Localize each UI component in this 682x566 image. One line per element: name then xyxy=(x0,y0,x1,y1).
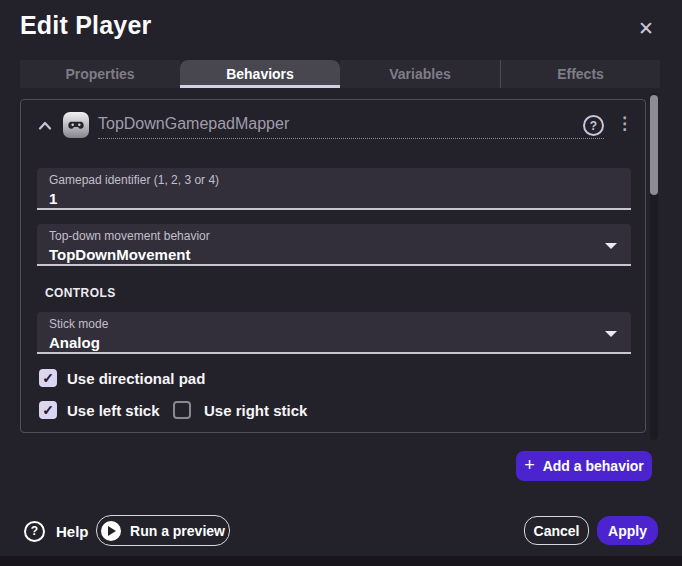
checkbox-label: Use left stick xyxy=(67,402,160,419)
active-tab-underline xyxy=(180,85,340,88)
behaviors-list-panel: TopDownGamepadMapper ? ⋮ Gamepad identif… xyxy=(20,99,646,433)
cancel-button[interactable]: Cancel xyxy=(524,516,589,545)
help-label: Help xyxy=(56,523,89,540)
chevron-down-icon xyxy=(605,331,617,337)
add-behavior-button[interactable]: + Add a behavior xyxy=(516,451,652,481)
checkbox-right-stick[interactable]: ✓ xyxy=(173,401,191,419)
tab-properties[interactable]: Properties xyxy=(20,60,180,88)
behavior-help-icon[interactable]: ? xyxy=(583,115,604,136)
field-label: Stick mode xyxy=(49,317,619,331)
movement-behavior-select[interactable]: Top-down movement behavior TopDownMoveme… xyxy=(37,224,631,266)
cancel-label: Cancel xyxy=(534,523,580,539)
checkbox-label: Use directional pad xyxy=(67,370,205,387)
scrollbar-thumb[interactable] xyxy=(650,95,658,195)
controls-section-label: CONTROLS xyxy=(45,286,116,300)
tab-label: Variables xyxy=(389,66,451,82)
field-label: Top-down movement behavior xyxy=(49,229,619,243)
play-icon xyxy=(101,521,121,541)
run-preview-button[interactable]: Run a preview xyxy=(96,515,230,546)
help-icon: ? xyxy=(24,521,45,542)
field-value: Analog xyxy=(49,334,619,351)
stick-mode-select[interactable]: Stick mode Analog xyxy=(37,312,631,354)
gamepad-identifier-field[interactable]: Gamepad identifier (1, 2, 3 or 4) 1 xyxy=(37,168,631,210)
help-button[interactable]: ? Help xyxy=(24,516,89,546)
check-icon: ✓ xyxy=(42,402,54,418)
behavior-name-field[interactable]: TopDownGamepadMapper xyxy=(98,115,604,139)
page-title: Edit Player xyxy=(20,11,151,40)
chevron-down-icon xyxy=(605,243,617,249)
tab-label: Properties xyxy=(65,66,134,82)
gamepad-icon xyxy=(63,112,89,138)
tab-label: Effects xyxy=(557,66,604,82)
field-label: Gamepad identifier (1, 2, 3 or 4) xyxy=(49,173,619,187)
checkbox-left-stick[interactable]: ✓ xyxy=(39,401,57,419)
tab-label: Behaviors xyxy=(226,66,294,82)
add-behavior-label: Add a behavior xyxy=(543,458,644,474)
scrollbar-track[interactable] xyxy=(650,93,658,440)
collapse-chevron-up-icon[interactable] xyxy=(36,117,54,133)
run-preview-label: Run a preview xyxy=(130,523,225,539)
apply-button[interactable]: Apply xyxy=(597,516,658,545)
field-value: 1 xyxy=(49,190,619,207)
edit-object-dialog: Edit Player ✕ Properties Behaviors Varia… xyxy=(0,0,682,556)
plus-icon: + xyxy=(524,455,535,476)
checkbox-label: Use right stick xyxy=(204,402,307,419)
tab-behaviors[interactable]: Behaviors xyxy=(180,60,340,88)
apply-label: Apply xyxy=(608,523,647,539)
field-value: TopDownMovement xyxy=(49,246,619,263)
tab-bar: Properties Behaviors Variables Effects xyxy=(20,60,660,88)
checkbox-directional-pad[interactable]: ✓ xyxy=(39,369,57,387)
behavior-menu-dots-icon[interactable]: ⋮ xyxy=(616,113,632,135)
close-icon[interactable]: ✕ xyxy=(632,14,660,42)
check-icon: ✓ xyxy=(42,370,54,386)
tab-variables[interactable]: Variables xyxy=(340,60,500,88)
tab-effects[interactable]: Effects xyxy=(500,60,660,88)
